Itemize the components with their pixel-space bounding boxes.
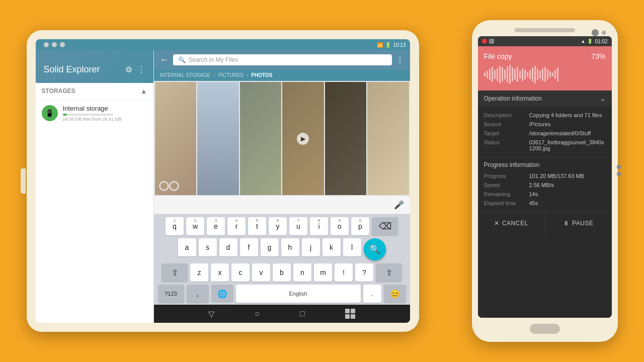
breadcrumb-sep-1: › <box>213 72 215 78</box>
description-label: Description <box>484 112 529 118</box>
key-r[interactable]: 4r <box>227 217 246 235</box>
breadcrumb-sep-2: › <box>247 72 248 78</box>
key-excl[interactable]: ! <box>335 263 353 282</box>
key-c[interactable]: c <box>231 263 250 282</box>
status-time: 10:13 <box>393 42 406 48</box>
photo-4[interactable]: ▶ <box>282 82 324 195</box>
kb-row-1: 1q 2w 3e 4r 5t 6y 7u 8i 9o 0p ⌫ <box>156 217 408 235</box>
key-spacebar[interactable]: English <box>236 285 361 303</box>
target-label: Target <box>484 130 529 136</box>
key-g[interactable]: g <box>261 238 279 256</box>
key-m[interactable]: m <box>314 263 332 282</box>
cancel-button[interactable]: ✕ CANCEL <box>478 212 545 234</box>
home-nav-button[interactable]: ○ <box>255 309 260 318</box>
key-delete[interactable]: ⌫ <box>372 217 398 235</box>
photo-1[interactable] <box>155 82 197 195</box>
key-y[interactable]: 6y <box>269 217 287 235</box>
wave-10 <box>507 66 508 82</box>
search-bar: ← 🔍 Search in My Files ⋮ <box>154 50 410 69</box>
recents-nav-button[interactable]: □ <box>300 309 305 318</box>
tablet-status-bar: 📶 🔋 10:13 <box>36 39 410 50</box>
status-row: Status 03617_fortbraggsunset_3840x1200.j… <box>484 138 606 153</box>
key-b[interactable]: b <box>273 263 291 282</box>
progress-label: Progress <box>484 173 529 179</box>
status-dot-3 <box>60 42 65 47</box>
storage-item[interactable]: 📱 Internal storage 24.05 GB free from 26… <box>36 100 153 127</box>
key-h[interactable]: h <box>281 238 299 256</box>
key-num[interactable]: ?123 <box>158 285 184 303</box>
key-l[interactable]: l <box>343 238 361 256</box>
key-emoji[interactable]: 😊 <box>384 285 406 303</box>
progress-value: 101.20 MB/137.63 MB <box>529 173 606 179</box>
key-s[interactable]: s <box>199 238 217 256</box>
key-n[interactable]: n <box>293 263 311 282</box>
speed-value: 2.56 MB/s <box>529 182 606 188</box>
progress-info-section: Progress information Progress 101.20 MB/… <box>478 157 612 212</box>
phone-cameras <box>592 29 606 36</box>
operation-info-header[interactable]: Operation information ⌄ <box>478 90 612 107</box>
status-value: 03617_fortbraggsunset_3840x1200.jpg <box>529 139 606 151</box>
breadcrumb-photos[interactable]: PHOTOS <box>251 72 272 78</box>
key-u[interactable]: 7u <box>289 217 307 235</box>
key-a[interactable]: a <box>178 238 196 256</box>
key-shift-right[interactable]: ⇧ <box>376 263 402 282</box>
breadcrumb-pictures[interactable]: PICTURES <box>218 72 244 78</box>
wave-6 <box>497 68 498 81</box>
tablet-content: Solid Explorer ⚙ ⋮ Storages ▲ 📱 Internal <box>36 50 410 323</box>
settings-icon[interactable]: ⚙ <box>125 65 132 74</box>
nav-bar: ▽ ○ □ <box>154 305 410 323</box>
wave-4 <box>492 67 493 82</box>
collapse-icon[interactable]: ▲ <box>140 87 147 95</box>
back-icon[interactable]: ← <box>160 55 169 65</box>
wave-1 <box>484 72 486 76</box>
mic-icon[interactable]: 🎤 <box>394 200 404 210</box>
key-period[interactable]: . <box>363 285 381 303</box>
wave-24 <box>542 68 543 81</box>
key-v[interactable]: v <box>252 263 270 282</box>
key-q[interactable]: 1q <box>166 217 184 235</box>
search-button[interactable]: 🔍 <box>364 238 386 260</box>
status-label: Status <box>484 139 529 151</box>
key-e[interactable]: 3e <box>207 217 225 235</box>
key-i[interactable]: 8i <box>310 217 328 235</box>
phone-home-button[interactable] <box>530 324 560 334</box>
key-p[interactable]: 0p <box>351 217 369 235</box>
side-dot-2 <box>617 172 621 176</box>
phone-status-right: ▲ 🔋 01:02 <box>581 39 608 44</box>
search-placeholder: Search in My Files <box>189 56 238 63</box>
key-d[interactable]: d <box>219 238 237 256</box>
speed-row: Speed 2.56 MB/s <box>484 180 606 190</box>
key-globe[interactable]: 🌐 <box>211 285 233 303</box>
back-nav-button[interactable]: ▽ <box>208 309 214 319</box>
key-question[interactable]: ? <box>355 263 373 282</box>
grid-nav-icon[interactable] <box>345 309 355 319</box>
key-j[interactable]: j <box>302 238 320 256</box>
photo-6[interactable] <box>367 82 409 195</box>
search-input-container[interactable]: 🔍 Search in My Files <box>173 54 392 65</box>
play-icon: ▶ <box>297 133 309 145</box>
key-f[interactable]: f <box>240 238 258 256</box>
tablet-frame: 📶 🔋 10:13 Solid Explorer ⚙ ⋮ Storages ▲ <box>27 30 419 332</box>
key-w[interactable]: 2w <box>186 217 204 235</box>
photo-5[interactable] <box>325 82 367 195</box>
key-t[interactable]: 5t <box>248 217 266 235</box>
pause-button[interactable]: ⏸ PAUSE <box>545 212 612 234</box>
wave-16 <box>522 68 523 81</box>
photo-overlay: ▶ <box>282 82 324 195</box>
phone-camera-small <box>602 31 606 35</box>
more-icon[interactable]: ⋮ <box>137 65 145 74</box>
key-z[interactable]: z <box>190 263 208 282</box>
side-dot-1 <box>617 165 621 169</box>
breadcrumb-internal-storage[interactable]: INTERNAL STORAGE <box>160 72 211 78</box>
photo-3[interactable] <box>240 82 282 195</box>
key-o[interactable]: 9o <box>331 217 349 235</box>
key-comma[interactable]: , <box>187 285 209 303</box>
key-k[interactable]: k <box>323 238 341 256</box>
key-x[interactable]: x <box>211 263 229 282</box>
phone-progress-header: File copy 73% <box>478 46 612 90</box>
search-menu-icon[interactable]: ⋮ <box>396 55 404 65</box>
elapsed-row: Elapsed time 45s <box>484 199 606 208</box>
key-shift-left[interactable]: ⇧ <box>162 263 188 282</box>
photo-2[interactable] <box>197 82 239 195</box>
keyboard: 1q 2w 3e 4r 5t 6y 7u 8i 9o 0p ⌫ a <box>154 214 410 305</box>
